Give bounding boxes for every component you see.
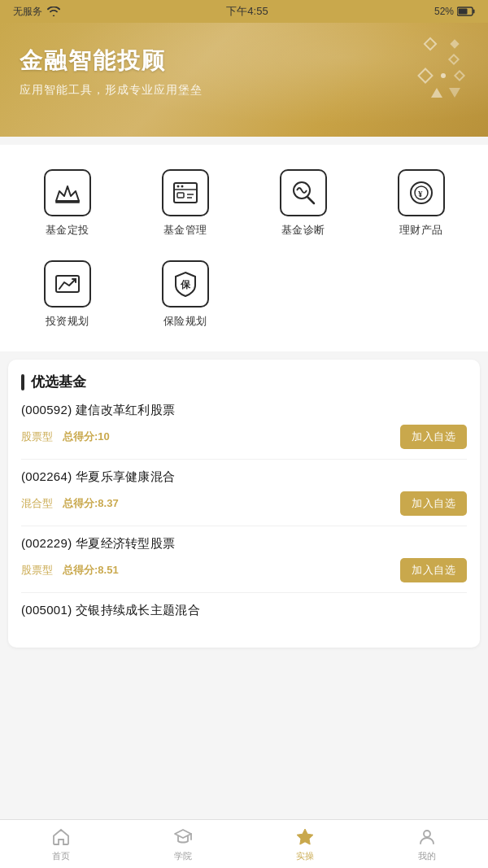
nav-label-academy: 学院 <box>174 850 192 862</box>
academy-icon <box>172 827 194 848</box>
fund-item-002264: (002264) 华夏乐享健康混合 混合型 总得分:8.37 加入自选 <box>21 469 467 526</box>
fund-meta-002229: 股票型 总得分:8.51 加入自选 <box>21 558 467 582</box>
nav-item-practice[interactable]: 实操 <box>244 820 366 868</box>
home-icon <box>50 827 72 848</box>
menu-item-invest-plan[interactable]: 投资规划 <box>8 252 126 343</box>
invest-plan-icon-box <box>44 260 91 308</box>
status-bar: 无服务 下午4:55 52% <box>0 0 488 23</box>
add-watchlist-btn-002264[interactable]: 加入自选 <box>400 491 467 516</box>
wealth-product-label: 理财产品 <box>399 223 443 238</box>
svg-point-9 <box>181 185 183 188</box>
fund-score-002229: 总得分:8.51 <box>63 563 119 578</box>
fund-section-header: 优选基金 <box>21 373 467 391</box>
battery-icon <box>457 7 475 16</box>
svg-rect-5 <box>177 193 184 198</box>
svg-rect-2 <box>459 9 468 15</box>
nav-label-home: 首页 <box>52 850 70 862</box>
fund-fixed-label: 基金定投 <box>46 223 89 238</box>
nav-item-academy[interactable]: 学院 <box>122 820 244 868</box>
wealth-product-icon: ¥ <box>407 178 436 207</box>
hero-subtitle: 应用智能工具，形成专业应用堡垒 <box>20 83 468 98</box>
wifi-icon <box>47 7 60 16</box>
menu-section: 基金定投 基金管理 <box>0 145 488 351</box>
insurance-plan-icon: 保 <box>171 269 200 299</box>
battery-info: 52% <box>434 6 475 17</box>
menu-item-insurance-plan[interactable]: 保 保险规划 <box>126 252 244 343</box>
fund-diagnose-icon <box>289 178 318 207</box>
insurance-plan-icon-box: 保 <box>162 260 209 308</box>
fund-fixed-icon-box <box>44 169 91 216</box>
menu-item-fund-diagnose[interactable]: 基金诊断 <box>244 161 362 252</box>
fund-diagnose-icon-box <box>280 169 327 216</box>
svg-text:¥: ¥ <box>418 189 423 198</box>
svg-point-18 <box>424 831 430 837</box>
nav-item-home[interactable]: 首页 <box>0 820 122 868</box>
add-watchlist-btn-000592[interactable]: 加入自选 <box>400 425 467 449</box>
fund-type-002229: 股票型 <box>21 563 53 578</box>
fund-section: 优选基金 (000592) 建信改革红利股票 股票型 总得分:10 加入自选 (… <box>8 360 480 648</box>
nav-label-practice: 实操 <box>296 850 314 862</box>
section-bar-decoration <box>21 374 24 390</box>
fund-score-000592: 总得分:10 <box>63 430 110 444</box>
wealth-product-icon-box: ¥ <box>398 169 445 216</box>
hero-banner: 金融智能投顾 应用智能工具，形成专业应用堡垒 <box>0 23 488 137</box>
fund-meta-002264: 混合型 总得分:8.37 加入自选 <box>21 491 467 516</box>
invest-plan-label: 投资规划 <box>46 314 89 329</box>
carrier-info: 无服务 <box>13 5 60 19</box>
fund-meta-left-000592: 股票型 总得分:10 <box>21 430 110 444</box>
fund-manage-label: 基金管理 <box>163 223 207 238</box>
menu-grid: 基金定投 基金管理 <box>8 161 480 343</box>
nav-label-mine: 我的 <box>418 850 436 862</box>
fund-item-002229: (002229) 华夏经济转型股票 股票型 总得分:8.51 加入自选 <box>21 536 467 593</box>
fund-name-002229[interactable]: (002229) 华夏经济转型股票 <box>21 536 467 552</box>
fund-section-title: 优选基金 <box>31 373 86 391</box>
fund-type-002264: 混合型 <box>21 496 53 511</box>
menu-item-fund-fixed[interactable]: 基金定投 <box>8 161 126 252</box>
fund-name-002264[interactable]: (002264) 华夏乐享健康混合 <box>21 469 467 485</box>
battery-text: 52% <box>434 6 454 17</box>
fund-meta-left-002264: 混合型 总得分:8.37 <box>21 496 119 511</box>
fund-meta-000592: 股票型 总得分:10 加入自选 <box>21 425 467 449</box>
fund-diagnose-label: 基金诊断 <box>281 223 325 238</box>
fund-type-000592: 股票型 <box>21 430 53 444</box>
fund-name-000592[interactable]: (000592) 建信改革红利股票 <box>21 403 467 418</box>
svg-rect-1 <box>473 10 475 14</box>
svg-text:保: 保 <box>180 279 191 290</box>
fund-name-005001[interactable]: (005001) 交银持续成长主题混合 <box>21 603 467 618</box>
carrier-text: 无服务 <box>13 5 42 19</box>
insurance-plan-label: 保险规划 <box>163 314 207 329</box>
menu-item-fund-manage[interactable]: 基金管理 <box>126 161 244 252</box>
svg-point-8 <box>176 185 179 188</box>
fund-meta-left-002229: 股票型 总得分:8.51 <box>21 563 119 578</box>
fund-manage-icon-box <box>162 169 209 216</box>
invest-plan-icon <box>53 269 82 299</box>
mine-icon <box>416 827 438 848</box>
svg-line-11 <box>307 198 314 204</box>
add-watchlist-btn-002229[interactable]: 加入自选 <box>400 558 467 582</box>
fund-item-000592: (000592) 建信改革红利股票 股票型 总得分:10 加入自选 <box>21 403 467 460</box>
menu-item-wealth-product[interactable]: ¥ 理财产品 <box>362 161 480 252</box>
practice-icon <box>294 827 316 848</box>
status-time: 下午4:55 <box>226 4 268 19</box>
fund-score-002264: 总得分:8.37 <box>63 496 119 511</box>
nav-item-mine[interactable]: 我的 <box>366 820 488 868</box>
hero-title: 金融智能投顾 <box>20 46 468 76</box>
fund-item-005001: (005001) 交银持续成长主题混合 <box>21 603 467 635</box>
bottom-nav: 首页 学院 实操 我的 <box>0 819 488 868</box>
fund-manage-icon <box>171 178 200 207</box>
fund-fixed-icon <box>53 178 82 207</box>
